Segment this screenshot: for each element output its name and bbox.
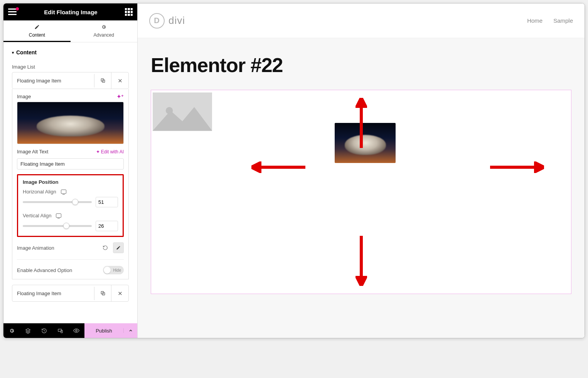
- editor-tabs: Content Advanced: [3, 20, 137, 42]
- site-logo[interactable]: D divi: [149, 13, 185, 29]
- arrow-left-icon: [251, 161, 305, 173]
- widgets-grid-button[interactable]: [125, 8, 133, 16]
- remove-item-button[interactable]: [111, 72, 128, 89]
- ai-sparkle-icon[interactable]: ✦⁺: [117, 94, 124, 99]
- enable-advanced-toggle[interactable]: Hide: [103, 266, 124, 274]
- duplicate-item-button[interactable]: [94, 285, 111, 301]
- arrow-right-icon: [490, 161, 544, 173]
- logo-mark-icon: D: [149, 13, 165, 29]
- responsive-device-icon[interactable]: [61, 190, 66, 194]
- horizontal-align-label: Horizonal Align: [23, 189, 56, 195]
- item-1-label: Floating Image Item: [12, 74, 94, 87]
- edit-with-ai-link[interactable]: ✦ Edit with AI: [96, 149, 124, 155]
- gear-icon: [101, 24, 106, 31]
- site-header: D divi Home Sample: [138, 3, 585, 38]
- notification-dot: [16, 7, 19, 10]
- arrow-up-icon: [355, 98, 367, 148]
- vertical-align-input[interactable]: [96, 221, 118, 231]
- image-field-label: Image: [17, 94, 31, 99]
- image-list-label: Image List: [12, 64, 129, 70]
- horizontal-align-slider[interactable]: [23, 201, 92, 203]
- menu-button[interactable]: [8, 8, 17, 15]
- image-list-item-1[interactable]: Floating Image Item: [12, 72, 129, 89]
- tab-advanced-label: Advanced: [71, 32, 138, 38]
- edit-animation-button[interactable]: [113, 242, 124, 253]
- nav-home[interactable]: Home: [527, 17, 543, 24]
- floating-image-widget[interactable]: [151, 90, 571, 294]
- tab-advanced[interactable]: Advanced: [71, 20, 138, 42]
- page-title: Elementor #22: [151, 54, 571, 77]
- section-content-toggle[interactable]: Content: [12, 49, 129, 55]
- preview-button[interactable]: [68, 323, 84, 338]
- enable-advanced-label: Enable Advanced Option: [17, 267, 72, 273]
- item-1-panel: Image ✦⁺ Image Alt Text ✦ Edit with AI I…: [12, 89, 129, 279]
- header-title: Edit Floating Image: [17, 9, 125, 15]
- horizontal-align-input[interactable]: [96, 197, 118, 207]
- remove-item-button[interactable]: [111, 285, 128, 301]
- svg-point-6: [76, 330, 77, 331]
- sidebar-body: Content Image List Floating Image Item I…: [3, 42, 137, 323]
- placeholder-image: [153, 92, 212, 131]
- arrow-down-icon: [355, 236, 367, 286]
- tab-content[interactable]: Content: [3, 20, 71, 42]
- vertical-align-slider[interactable]: [23, 225, 92, 227]
- preview-canvas: D divi Home Sample Elementor #22: [138, 3, 585, 338]
- site-nav: Home Sample: [527, 17, 573, 24]
- tab-content-label: Content: [3, 32, 71, 38]
- settings-button[interactable]: [3, 323, 20, 338]
- image-thumbnail[interactable]: [17, 102, 124, 144]
- item-2-label: Floating Image Item: [12, 287, 94, 300]
- history-button[interactable]: [36, 323, 52, 338]
- editor-sidebar: Edit Floating Image Content Advanced C: [3, 3, 138, 338]
- responsive-device-icon[interactable]: [56, 213, 61, 218]
- alt-text-label: Image Alt Text: [17, 149, 48, 155]
- slider-thumb[interactable]: [63, 223, 69, 229]
- responsive-button[interactable]: [52, 323, 68, 338]
- reset-animation-button[interactable]: [100, 242, 111, 253]
- publish-options-button[interactable]: [123, 328, 137, 333]
- navigator-button[interactable]: [20, 323, 36, 338]
- slider-thumb[interactable]: [72, 199, 78, 205]
- image-position-title: Image Position: [23, 179, 118, 185]
- image-animation-label: Image Animation: [17, 245, 54, 251]
- editor-footer: Publish: [3, 323, 137, 338]
- vertical-align-label: Vertical Align: [23, 213, 51, 218]
- nav-sample[interactable]: Sample: [553, 17, 573, 24]
- alt-text-input[interactable]: [17, 158, 124, 170]
- image-position-highlight: Image Position Horizonal Align Vertical …: [17, 174, 124, 237]
- image-list-item-2[interactable]: Floating Image Item: [12, 285, 129, 302]
- publish-button[interactable]: Publish: [84, 328, 123, 334]
- sidebar-header: Edit Floating Image: [3, 3, 137, 20]
- duplicate-item-button[interactable]: [94, 72, 111, 89]
- pencil-icon: [34, 24, 40, 31]
